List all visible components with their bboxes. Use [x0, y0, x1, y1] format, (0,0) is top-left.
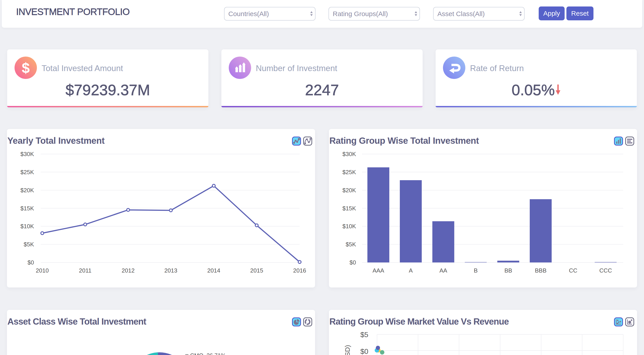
svg-text:$10K: $10K [20, 223, 34, 230]
svg-text:$0: $0 [360, 348, 368, 355]
svg-text:CMO, 26.71%: CMO, 26.71% [190, 352, 226, 355]
svg-text:$: $ [22, 60, 30, 76]
svg-text:$5K: $5K [24, 241, 34, 248]
svg-text:$15K: $15K [20, 205, 34, 212]
svg-text:2014: 2014 [207, 267, 220, 274]
svg-text:$0: $0 [350, 259, 356, 266]
svg-text:$20K: $20K [20, 187, 34, 194]
svg-text:$0: $0 [28, 259, 34, 266]
svg-text:$5K: $5K [346, 241, 356, 248]
svg-text:2016: 2016 [293, 267, 306, 274]
svg-text:CC: CC [569, 267, 577, 274]
svg-text:A: A [409, 267, 413, 274]
svg-text:$10K: $10K [342, 223, 356, 230]
svg-text:2013: 2013 [164, 267, 177, 274]
svg-text:2010: 2010 [36, 267, 49, 274]
svg-text:$15K: $15K [342, 205, 356, 212]
svg-text:$30K: $30K [20, 151, 34, 158]
svg-text:$25K: $25K [342, 169, 356, 176]
svg-text:2012: 2012 [122, 267, 134, 274]
svg-text:AAA: AAA [372, 267, 384, 274]
svg-text:CCC: CCC [599, 267, 612, 274]
svg-text:$5: $5 [360, 331, 368, 339]
svg-text:Market Value (USD): Market Value (USD) [344, 345, 351, 355]
svg-text:2011: 2011 [79, 267, 92, 274]
svg-text:$25K: $25K [20, 169, 34, 176]
svg-text:AA: AA [440, 267, 447, 274]
svg-text:2015: 2015 [250, 267, 263, 274]
svg-text:$30K: $30K [342, 151, 356, 158]
svg-text:B: B [474, 267, 478, 274]
svg-text:BB: BB [504, 267, 512, 274]
svg-text:BBB: BBB [535, 267, 546, 274]
svg-text:$20K: $20K [342, 187, 356, 194]
